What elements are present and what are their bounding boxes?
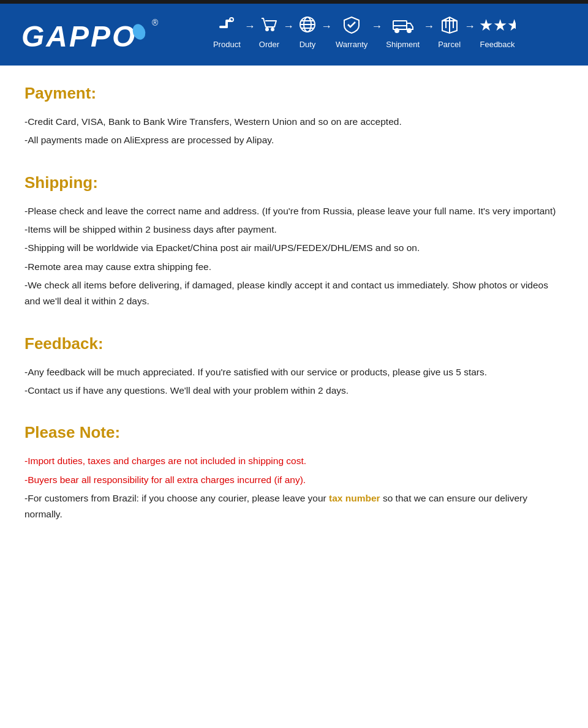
nav-steps: Product → Order →: [159, 15, 570, 54]
svg-text:®: ®: [152, 18, 159, 28]
feedback-body: -Any feedback will be much appreciated. …: [24, 364, 564, 399]
feedback-title: Feedback:: [24, 334, 564, 353]
shipping-line-5: -We check all items before delivering, i…: [24, 277, 564, 310]
shipping-title: Shipping:: [24, 173, 564, 192]
step-warranty-label: Warranty: [336, 40, 368, 49]
feedback-line-1: -Any feedback will be much appreciated. …: [24, 364, 564, 380]
shipping-line-3: -Shipping will be worldwide via Epacket/…: [24, 240, 564, 256]
payment-line-2: -All payments made on AliExpress are pro…: [24, 132, 564, 148]
feedback-section: Feedback: -Any feedback will be much app…: [24, 334, 564, 399]
svg-text:GAPPO: GAPPO: [21, 20, 137, 53]
logo-svg: GAPPO ®: [18, 15, 159, 54]
please-note-title: Please Note:: [24, 423, 564, 442]
step-order: Order: [259, 15, 279, 49]
arrow-1: →: [244, 20, 255, 44]
shipment-icon: [392, 15, 414, 37]
svg-point-6: [230, 18, 233, 21]
shipping-line-4: -Remote area may cause extra shipping fe…: [24, 259, 564, 275]
step-product: Product: [213, 15, 241, 49]
svg-point-8: [271, 28, 274, 31]
step-duty: Duty: [298, 15, 317, 49]
tax-number-link[interactable]: tax number: [329, 493, 380, 503]
svg-point-7: [266, 28, 268, 31]
brazil-text: -For customers from Brazil: if you choos…: [24, 490, 564, 523]
step-shipment-label: Shipment: [386, 40, 420, 49]
parcel-icon: [440, 15, 459, 37]
feedback-line-2: -Contact us if have any questions. We'll…: [24, 383, 564, 399]
step-product-label: Product: [213, 40, 241, 49]
step-shipment: Shipment: [386, 15, 420, 49]
note-red-line-1: -Import duties, taxes and charges are no…: [24, 453, 564, 469]
payment-section: Payment: -Credit Card, VISA, Bank to Ban…: [24, 84, 564, 149]
warranty-icon: [342, 15, 361, 37]
step-parcel: Parcel: [438, 15, 461, 49]
payment-body: -Credit Card, VISA, Bank to Bank Wire Tr…: [24, 114, 564, 149]
step-parcel-label: Parcel: [438, 40, 461, 49]
step-feedback-label: Feedback: [480, 40, 514, 49]
header: GAPPO ® Product →: [0, 4, 588, 66]
please-note-red: -Import duties, taxes and charges are no…: [24, 453, 564, 488]
arrow-4: →: [371, 20, 382, 44]
product-icon: [217, 15, 236, 37]
duty-icon: [298, 15, 317, 37]
payment-line-1: -Credit Card, VISA, Bank to Bank Wire Tr…: [24, 114, 564, 130]
feedback-icon: ★★★★★: [479, 15, 516, 37]
brazil-line: -For customers from Brazil: if you choos…: [24, 490, 564, 523]
svg-point-15: [395, 29, 399, 32]
step-warranty: Warranty: [336, 15, 368, 49]
shipping-line-1: -Please check and leave the correct name…: [24, 203, 564, 219]
main-content: Payment: -Credit Card, VISA, Bank to Ban…: [0, 66, 588, 572]
arrow-3: →: [321, 20, 332, 44]
note-red-line-2: -Buyers bear all responsibility for all …: [24, 472, 564, 488]
arrow-6: →: [464, 20, 475, 44]
please-note-section: Please Note: -Import duties, taxes and c…: [24, 423, 564, 522]
shipping-line-2: -Items will be shipped within 2 business…: [24, 222, 564, 238]
step-duty-label: Duty: [300, 40, 316, 49]
shipping-section: Shipping: -Please check and leave the co…: [24, 173, 564, 310]
order-icon: [259, 15, 279, 37]
brazil-before: -For customers from Brazil: if you choos…: [24, 493, 329, 503]
shipping-body: -Please check and leave the correct name…: [24, 203, 564, 310]
step-order-label: Order: [259, 40, 279, 49]
step-feedback: ★★★★★ Feedback: [479, 15, 516, 49]
arrow-5: →: [423, 20, 434, 44]
svg-point-16: [407, 29, 411, 32]
payment-title: Payment:: [24, 84, 564, 103]
arrow-2: →: [283, 20, 294, 44]
logo-area: GAPPO ®: [18, 15, 159, 66]
svg-text:★★★★★: ★★★★★: [479, 16, 516, 34]
